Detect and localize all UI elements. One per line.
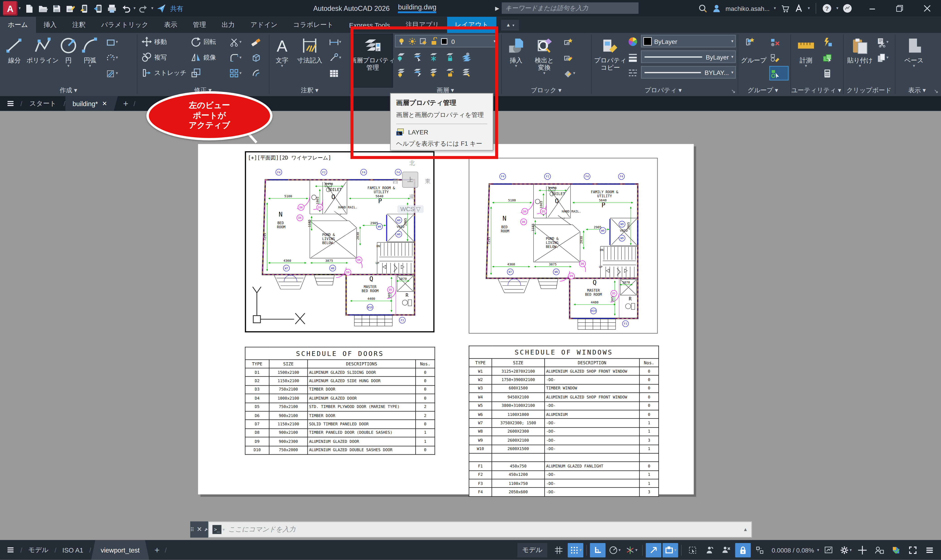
ribbon-tab-11[interactable]: 注目アプリ [398, 17, 447, 33]
minimize-button[interactable] [858, 0, 886, 17]
assistant-button[interactable] [842, 4, 852, 13]
block-create-button[interactable] [563, 35, 581, 48]
panel-label-annotate[interactable]: 注釈 ▾ [301, 86, 319, 95]
viewport-label[interactable]: [+][平面図][2D ワイヤフレーム] [248, 155, 331, 162]
save-button[interactable] [51, 3, 63, 14]
layer-properties-button[interactable]: 画層プロパティ管理 [353, 34, 393, 87]
view-expander[interactable]: ↘ [934, 88, 938, 94]
model-space-button[interactable]: モデル [517, 543, 547, 557]
select-similar-button[interactable] [822, 51, 840, 64]
ribbon-tab-6[interactable]: 管理 [185, 17, 214, 33]
lay-off-button[interactable] [396, 50, 414, 63]
restore-button[interactable] [886, 0, 913, 17]
command-grip[interactable]: ⠿ ✕ [190, 521, 208, 538]
polar-toggle[interactable]: ▾ [607, 543, 622, 557]
user-caret-icon[interactable]: ▾ [774, 6, 776, 11]
selection-window-toggle[interactable] [685, 543, 700, 557]
user-avatar[interactable] [712, 4, 721, 13]
move-button[interactable]: 移動 [142, 37, 167, 47]
cart-button[interactable] [780, 4, 790, 13]
customization-gear[interactable]: ▾ [838, 543, 853, 557]
vp-maximize-toggle[interactable] [752, 543, 767, 557]
drawing-area[interactable]: [+][平面図][2D ワイヤフレーム] 5100245056407295186… [0, 111, 941, 540]
open-folder-button[interactable] [37, 3, 49, 14]
ribbon-tab-5[interactable]: 表示 [156, 17, 185, 33]
lay-lock-button[interactable] [445, 50, 463, 63]
panel-label-properties[interactable]: プロパティ ▾ [645, 86, 682, 95]
selection-filter-toggle[interactable] [718, 543, 734, 557]
close-command-icon[interactable]: ✕ [197, 526, 202, 533]
username[interactable]: machiko.asah... [725, 5, 770, 12]
hatch-button[interactable]: ▾ [106, 66, 124, 80]
ribbon-tab-4[interactable]: パラメトリック [93, 17, 156, 33]
search-button[interactable] [698, 4, 707, 13]
copy-clip-button[interactable]: ▾ [876, 51, 894, 64]
ortho-toggle[interactable] [590, 543, 605, 557]
lineweight-dropdown[interactable]: ByLayer▾ [641, 51, 736, 63]
arc-button[interactable]: 円弧▾ [79, 34, 101, 87]
line-button[interactable]: 線分 [3, 34, 26, 87]
lay-freeze-button[interactable] [428, 50, 447, 63]
lay-iso-button[interactable] [412, 50, 430, 63]
stretch-button[interactable]: ストレッチ [142, 68, 186, 78]
polyline-button[interactable]: ポリライン [28, 34, 58, 87]
panel-label-view[interactable]: 表示 ▾ [908, 86, 926, 95]
layout-tab-ISO A1[interactable]: ISO A1 [56, 540, 89, 560]
panel-label-block[interactable]: ブロック ▾ [531, 86, 562, 95]
ribbon-tab-9[interactable]: コラボレート [285, 17, 341, 33]
tab-close-icon[interactable]: ✕ [102, 100, 107, 107]
leader-button[interactable]: ▾ [329, 51, 347, 64]
ribbon-tab-2[interactable]: 挿入 [36, 17, 65, 33]
new-layout-button[interactable]: ＋ [149, 545, 165, 555]
selection-cycling-toggle[interactable] [702, 543, 717, 557]
panel-label-utilities[interactable]: ユーティリティ ▾ [791, 86, 841, 95]
help-button[interactable]: ? [822, 4, 832, 13]
linetype-dropdown[interactable]: BYLAY...▾ [641, 66, 736, 79]
new-file-button[interactable] [23, 3, 35, 14]
autodesk-caret-icon[interactable]: ▾ [808, 6, 810, 11]
group-select-toggle[interactable] [770, 66, 788, 80]
layer-dropdown[interactable]: 0▾ [395, 35, 498, 48]
share-plane-button[interactable] [155, 3, 167, 14]
convert-button[interactable]: 検出と変換▾ [529, 34, 559, 87]
layout-paper[interactable]: [+][平面図][2D ワイヤフレーム] 5100245056407295186… [198, 144, 694, 494]
app-menu-caret-icon[interactable]: ▾ [18, 6, 21, 11]
grid-toggle[interactable] [551, 543, 567, 557]
autodesk-button[interactable] [794, 4, 803, 13]
ribbon-tab-1[interactable]: ホーム [0, 17, 36, 33]
erase-button[interactable] [251, 35, 269, 48]
explode-button[interactable] [251, 51, 269, 64]
panel-label-clipboard[interactable]: クリップボード [846, 86, 892, 95]
trim-button[interactable]: ▾ [229, 35, 247, 48]
tab-start[interactable]: スタート [22, 96, 63, 111]
ribbon-collapse-button[interactable]: ▲▾ [501, 20, 519, 30]
lay-thaw-button[interactable] [428, 65, 447, 78]
lay-uniso-button[interactable] [412, 65, 430, 78]
viewport-left-active[interactable]: [+][平面図][2D ワイヤフレーム] 5100245056407295186… [245, 151, 434, 332]
cut-button[interactable]: ▾ [876, 35, 894, 48]
group-button[interactable]: グループ [740, 34, 768, 87]
text-button[interactable]: A文字▾ [271, 34, 293, 87]
lay-on-button[interactable] [396, 65, 414, 78]
annotation-monitor-toggle[interactable] [821, 543, 837, 557]
match-properties-button[interactable]: プロパティコピー [594, 34, 627, 87]
block-edit-button[interactable] [563, 51, 581, 64]
ribbon-tab-10[interactable]: Express Tools [341, 17, 398, 33]
calculator-button[interactable] [822, 66, 840, 80]
layout-tab-モデル[interactable]: モデル [22, 540, 54, 560]
layout-tab-viewport_test[interactable]: viewport_test [91, 540, 149, 560]
push-to-mobile-button[interactable] [92, 3, 104, 14]
help-caret-icon[interactable]: ▾ [836, 6, 838, 11]
group-edit-button[interactable] [770, 51, 788, 64]
search-go-icon[interactable]: ▶ [495, 5, 499, 11]
isolate-objects-toggle[interactable] [871, 543, 887, 557]
app-logo-icon[interactable]: A [3, 1, 17, 15]
undo-button[interactable] [120, 3, 132, 14]
revision-cloud-button[interactable]: ▾ [106, 51, 124, 64]
command-prompt-icon[interactable]: >_ [213, 525, 222, 534]
panel-label-group[interactable]: グループ ▾ [747, 86, 778, 95]
scale-button[interactable] [191, 68, 203, 78]
offset-button[interactable] [251, 66, 269, 80]
ribbon-tab-12[interactable]: レイアウト [447, 17, 496, 33]
close-button[interactable] [913, 0, 941, 17]
